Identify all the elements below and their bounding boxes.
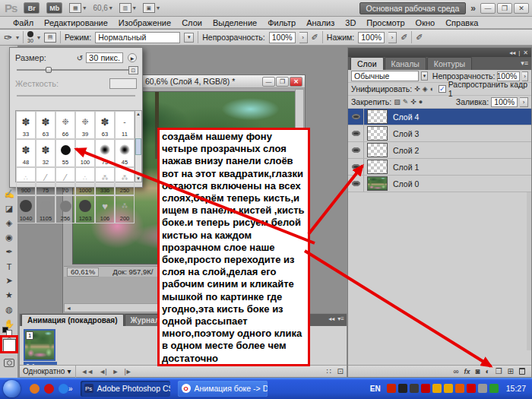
brush-preset-63[interactable]: ✽63 — [95, 111, 115, 139]
tray-icon-4[interactable] — [421, 384, 430, 393]
tab-animation-frames[interactable]: Анимация (покадровая) — [21, 314, 124, 326]
tray-icon-8[interactable] — [467, 384, 476, 393]
brush-preset-100[interactable]: ∴100 — [75, 139, 95, 167]
workspace-button[interactable]: Основная рабочая среда — [359, 2, 467, 14]
guides-button[interactable]: ▦▾ — [69, 3, 86, 13]
tray-icon-2[interactable] — [398, 384, 407, 393]
airbrush-icon[interactable]: ✐ — [401, 33, 407, 43]
unify-visibility-icon[interactable]: ◈ — [423, 85, 428, 93]
lock-transparency-icon[interactable]: ▨ — [394, 98, 401, 106]
brush-preset-48[interactable]: ✽48 — [16, 139, 36, 167]
brush-tool-icon[interactable]: ✑ — [4, 32, 12, 43]
brush-preset-picker[interactable]: 30 — [27, 31, 33, 43]
brush-preset-39[interactable]: ❉39 — [75, 111, 95, 139]
start-button[interactable] — [3, 380, 21, 397]
tray-icon-10[interactable] — [489, 384, 499, 393]
eye-icon[interactable] — [352, 131, 360, 136]
next-frame-button[interactable]: |► — [124, 368, 131, 375]
menu-item-0[interactable]: Файл — [8, 18, 39, 27]
brush-preset-200[interactable]: ⁂200 — [115, 195, 135, 223]
brush-preset-256[interactable]: 256 — [55, 195, 75, 223]
brush-preset-75[interactable]: 75 — [95, 139, 115, 167]
brush-preset-33[interactable]: ✽33 — [16, 111, 36, 139]
scroll-down-icon[interactable]: ▼ — [136, 176, 141, 181]
fill-input[interactable]: 100% — [491, 97, 518, 107]
tray-icon-6[interactable] — [444, 384, 453, 393]
adjustment-icon[interactable]: ◐ — [486, 367, 490, 375]
eye-icon[interactable] — [352, 181, 360, 186]
tween-icon[interactable]: ∷ — [326, 367, 331, 375]
menu-item-6[interactable]: Анализ — [301, 18, 340, 27]
layer-thumbnail[interactable] — [367, 176, 388, 191]
3d-rotate-tool-icon[interactable]: ◍ — [0, 302, 18, 317]
eye-icon[interactable] — [352, 147, 360, 153]
menu-item-10[interactable]: Справка — [440, 18, 483, 27]
arrange-documents-button[interactable]: ▥▾ — [119, 3, 136, 13]
blend-mode-select[interactable]: Нормальный — [95, 32, 180, 43]
quick-mask-icon[interactable] — [4, 359, 14, 367]
brush-preset-106[interactable]: ♥106 — [95, 195, 115, 223]
layer-visibility-cell[interactable] — [348, 176, 364, 192]
layer-row-Слой-3[interactable]: Слой 3 — [348, 125, 531, 142]
flow-spinner[interactable]: › — [388, 32, 397, 43]
brush-preset-66[interactable]: ❉66 — [55, 111, 75, 139]
lock-pixels-icon[interactable]: ✎ — [403, 98, 409, 106]
tab-paths[interactable]: Контуры — [427, 57, 472, 70]
size-slider[interactable] — [17, 66, 135, 74]
eye-icon[interactable] — [352, 114, 360, 119]
layer-thumbnail[interactable] — [367, 109, 388, 124]
scroll-thumb[interactable] — [135, 138, 141, 155]
path-select-tool-icon[interactable]: ➤ — [0, 274, 18, 288]
flyout-menu-icon[interactable]: ▶ — [128, 53, 137, 62]
brush-preset-336[interactable]: ⁂336 — [95, 167, 115, 195]
layer-row-Слой-2[interactable]: Слой 2 — [348, 142, 531, 159]
tab-channels[interactable]: Каналы — [385, 57, 426, 70]
chevron-down-icon[interactable]: ▾ — [37, 34, 40, 41]
menu-item-8[interactable]: Просмотр — [361, 18, 410, 27]
app-minimize-button[interactable]: — — [480, 3, 496, 14]
trash-icon[interactable] — [519, 368, 525, 375]
type-tool-icon[interactable]: T — [0, 259, 18, 274]
brush-preset-70[interactable]: ⁄70 — [55, 167, 75, 195]
lock-position-icon[interactable]: ✜ — [410, 98, 416, 106]
chevron-down-icon[interactable]: ▾ — [184, 33, 194, 43]
menu-item-2[interactable]: Изображение — [113, 18, 176, 27]
eye-icon[interactable] — [352, 164, 360, 169]
brush-preset-63[interactable]: ✽63 — [36, 111, 55, 139]
frame-thumbnail[interactable]: 1 — [24, 329, 55, 361]
menu-item-5[interactable]: Фильтр — [262, 18, 301, 27]
collapse-panel-icon[interactable]: ◂◂ — [328, 315, 334, 322]
layer-row-Слой-1[interactable]: Слой 1 — [348, 159, 531, 176]
brush-preset-900[interactable]: ∴900 — [16, 167, 36, 195]
layer-thumbnail[interactable] — [367, 143, 388, 157]
brush-preset-1040[interactable]: 1040 — [16, 195, 36, 223]
opacity-input[interactable]: 100% — [269, 32, 296, 43]
layer-visibility-cell[interactable] — [348, 109, 364, 125]
doc-close-button[interactable]: ✕ — [290, 77, 302, 87]
opacity-spinner[interactable]: › — [299, 32, 308, 43]
fx-icon[interactable]: fx — [464, 368, 470, 375]
unify-style-icon[interactable]: ◐ — [430, 85, 434, 93]
propagate-frame-checkbox[interactable]: ✓ — [439, 85, 446, 93]
language-indicator[interactable]: EN — [370, 385, 381, 393]
scroll-up-icon[interactable]: ▲ — [136, 112, 141, 116]
workspace-overflow-chevron[interactable]: » — [470, 3, 476, 14]
shape-tool-icon[interactable]: ★ — [0, 288, 18, 302]
layer-row-Слой-0[interactable]: Слой 0 — [348, 176, 531, 192]
bridge-icon[interactable]: Br — [24, 2, 40, 14]
chevron-down-icon[interactable]: ▾ — [421, 71, 428, 81]
tray-icon-7[interactable] — [455, 384, 464, 393]
flow-input[interactable]: 100% — [358, 32, 385, 43]
minibridge-icon[interactable]: Mb — [46, 2, 62, 14]
layer-thumbnail[interactable] — [367, 126, 388, 141]
tab-layers[interactable]: Слои — [350, 57, 384, 70]
zoom-level-control[interactable]: 60,6▾ — [93, 4, 112, 12]
brush-preset-250[interactable]: ⁂250 — [115, 167, 135, 195]
doc-maximize-button[interactable]: ❐ — [276, 77, 289, 87]
brush-preset-45[interactable]: 45 — [115, 139, 135, 167]
brush-preset-11[interactable]: -11 — [115, 111, 135, 139]
first-frame-button[interactable]: ◄◄ — [81, 368, 93, 375]
tablet-opacity-icon[interactable]: ✐ — [312, 33, 318, 43]
mask-icon[interactable]: ◙ — [476, 367, 480, 375]
brush-preset-1000[interactable]: ∴1000 — [75, 167, 95, 195]
